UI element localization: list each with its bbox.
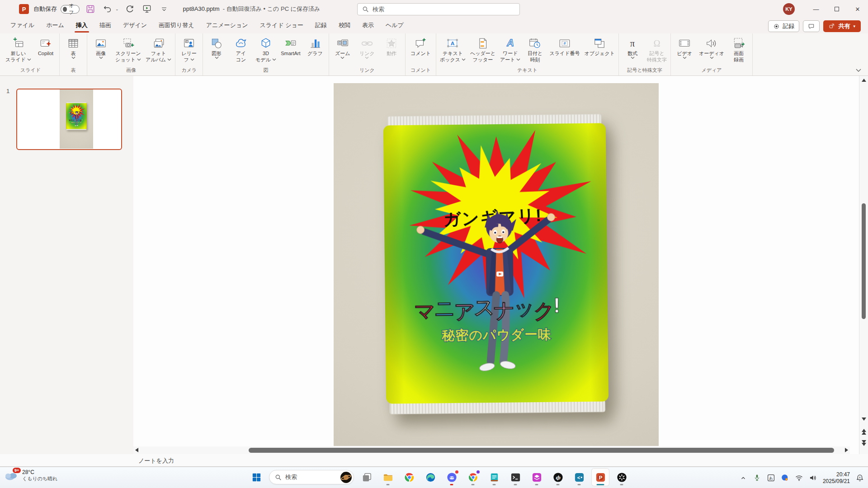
horizontal-scrollbar[interactable] bbox=[133, 446, 850, 454]
pictures-icon bbox=[94, 37, 107, 50]
svg-text:<: < bbox=[577, 474, 580, 480]
user-avatar[interactable]: KY bbox=[783, 3, 795, 15]
taskbar-app-task-view[interactable] bbox=[358, 469, 375, 486]
ribbon-button-pictures[interactable]: 画像 bbox=[89, 34, 113, 66]
ribbon-button-date-time[interactable]: 日付と時刻 bbox=[523, 34, 547, 66]
vertical-scrollbar[interactable] bbox=[859, 76, 868, 454]
ribbon-button-slide-number[interactable]: #スライド番号 bbox=[547, 34, 582, 66]
scroll-right-icon[interactable] bbox=[845, 448, 848, 452]
tray-app-blue-icon[interactable] bbox=[781, 474, 789, 482]
ribbon-button-audio[interactable]: オーディオ bbox=[697, 34, 726, 66]
wifi-icon[interactable] bbox=[795, 474, 803, 482]
close-button[interactable]: ✕ bbox=[847, 0, 868, 18]
tab-record[interactable]: 記録 bbox=[309, 18, 333, 33]
ribbon-button-photo-album[interactable]: フォトアルバム bbox=[143, 34, 174, 66]
autosave-switch[interactable]: オフ bbox=[61, 5, 80, 14]
collapse-ribbon-icon[interactable] bbox=[855, 68, 862, 73]
tab-file[interactable]: ファイル bbox=[5, 18, 40, 33]
comments-button[interactable] bbox=[803, 20, 820, 32]
ribbon-button-screen-recording[interactable]: 画面録画 bbox=[726, 34, 751, 66]
taskbar-app-powerpoint[interactable]: P bbox=[592, 469, 609, 486]
ribbon-button-comment[interactable]: コメント bbox=[408, 34, 433, 66]
slide-photo[interactable] bbox=[334, 83, 659, 446]
tab-home[interactable]: ホーム bbox=[40, 18, 70, 33]
tab-review[interactable]: 校閲 bbox=[333, 18, 356, 33]
microphone-icon[interactable] bbox=[753, 474, 761, 482]
taskbar-app-chatgpt[interactable] bbox=[613, 469, 630, 486]
ribbon-button-screenshot[interactable]: スクリーンショット bbox=[113, 34, 143, 66]
taskbar-app-app-code[interactable]: < bbox=[571, 469, 588, 486]
minimize-button[interactable]: — bbox=[806, 0, 826, 18]
powerpoint-app-icon[interactable]: P bbox=[19, 4, 29, 14]
button-label: ワード bbox=[503, 50, 518, 56]
autosave-toggle[interactable]: 自動保存 オフ bbox=[33, 5, 80, 14]
save-icon[interactable] bbox=[84, 3, 97, 15]
tab-design[interactable]: デザイン bbox=[117, 18, 153, 33]
ribbon-button-zoom[interactable]: ズーム bbox=[330, 34, 355, 66]
ime-japanese-icon[interactable]: あ bbox=[767, 474, 775, 482]
share-button[interactable]: 共有 ▾ bbox=[823, 20, 861, 32]
taskbar-app-explorer[interactable] bbox=[379, 469, 396, 486]
ribbon-button-video[interactable]: ビデオ bbox=[672, 34, 697, 66]
undo-dropdown-icon[interactable]: ⌄ bbox=[115, 7, 119, 11]
ribbon-button-text-box[interactable]: Aテキストボックス bbox=[438, 34, 468, 66]
weather-widget[interactable]: 9+ 28°C くもりのち晴れ bbox=[4, 469, 58, 482]
tab-view[interactable]: 表示 bbox=[356, 18, 380, 33]
ribbon-button-shapes[interactable]: 図形 bbox=[204, 34, 229, 66]
ribbon-button-table[interactable]: 表 bbox=[61, 34, 85, 66]
taskbar-app-terminal[interactable] bbox=[507, 469, 524, 486]
taskbar-app-app-layers[interactable] bbox=[528, 469, 545, 486]
button-label: アイ bbox=[236, 50, 246, 56]
ribbon-button-icons[interactable]: アイコン bbox=[229, 34, 253, 66]
undo-icon[interactable] bbox=[101, 3, 114, 15]
taskbar-app-app-black-circle[interactable]: ф bbox=[549, 469, 566, 486]
redo-icon[interactable] bbox=[123, 3, 136, 15]
ribbon-button-new-slide[interactable]: 新しいスライド bbox=[3, 34, 33, 66]
scroll-left-icon[interactable] bbox=[135, 448, 138, 452]
taskbar-app-chrome[interactable] bbox=[401, 469, 418, 486]
ribbon-button-chart[interactable]: グラフ bbox=[303, 34, 327, 66]
tab-slideshow[interactable]: スライド ショー bbox=[254, 18, 309, 33]
tray-chevron-up-icon[interactable] bbox=[739, 474, 747, 482]
button-label: 動作 bbox=[387, 50, 396, 56]
tab-transitions[interactable]: 画面切り替え bbox=[153, 18, 200, 33]
maximize-button[interactable] bbox=[826, 0, 847, 18]
vertical-scroll-thumb[interactable] bbox=[862, 203, 866, 319]
ribbon-button-3d-models[interactable]: 3Dモデル bbox=[253, 34, 278, 66]
tab-insert[interactable]: 挿入 bbox=[70, 18, 94, 33]
scroll-down-icon[interactable] bbox=[862, 418, 866, 421]
notes-pane[interactable]: ノートを入力 bbox=[0, 454, 868, 467]
ribbon-button-cameo[interactable]: Pレリーフ bbox=[177, 34, 201, 66]
slide-editing-canvas[interactable] bbox=[133, 76, 859, 454]
taskbar-app-notepad[interactable] bbox=[486, 469, 503, 486]
start-slideshow-icon[interactable] bbox=[141, 3, 153, 15]
start-button[interactable] bbox=[248, 469, 265, 486]
horizontal-scroll-thumb[interactable] bbox=[249, 448, 834, 453]
button-label-dropdown: ショット bbox=[115, 56, 141, 63]
tab-help[interactable]: ヘルプ bbox=[380, 18, 410, 33]
search-input[interactable]: 検索 bbox=[357, 3, 520, 15]
record-button[interactable]: 記録 bbox=[768, 20, 799, 32]
slide-thumbnail[interactable] bbox=[16, 89, 122, 150]
customize-toolbar-icon[interactable] bbox=[158, 3, 170, 15]
taskbar-app-edge[interactable] bbox=[422, 469, 439, 486]
scroll-up-icon[interactable] bbox=[862, 79, 866, 82]
tab-draw[interactable]: 描画 bbox=[94, 18, 117, 33]
tab-animations[interactable]: アニメーション bbox=[200, 18, 254, 33]
taskbar-app-chrome-profile[interactable] bbox=[464, 469, 481, 486]
ribbon-button-equation[interactable]: π数式 bbox=[620, 34, 645, 66]
taskbar-clock[interactable]: 20:47 2025/09/21 bbox=[823, 471, 850, 485]
share-icon bbox=[829, 23, 835, 29]
taskbar-search-input[interactable]: 検索 bbox=[269, 470, 354, 484]
ribbon-button-smartart[interactable]: SmartArt bbox=[278, 34, 303, 66]
taskbar-app-discord[interactable] bbox=[443, 469, 460, 486]
video-icon bbox=[678, 37, 691, 50]
notification-bell-icon[interactable]: z bbox=[855, 474, 864, 483]
ribbon-button-copilot[interactable]: Copilot bbox=[33, 34, 58, 66]
next-slide-icon2[interactable] bbox=[862, 443, 866, 446]
ribbon-button-wordart[interactable]: Aワードアート bbox=[498, 34, 523, 66]
ribbon-button-object[interactable]: オブジェクト bbox=[582, 34, 618, 66]
volume-icon[interactable] bbox=[809, 474, 817, 482]
previous-slide-icon2[interactable] bbox=[862, 432, 866, 435]
ribbon-button-header-footer[interactable]: ヘッダーとフッター bbox=[468, 34, 498, 66]
